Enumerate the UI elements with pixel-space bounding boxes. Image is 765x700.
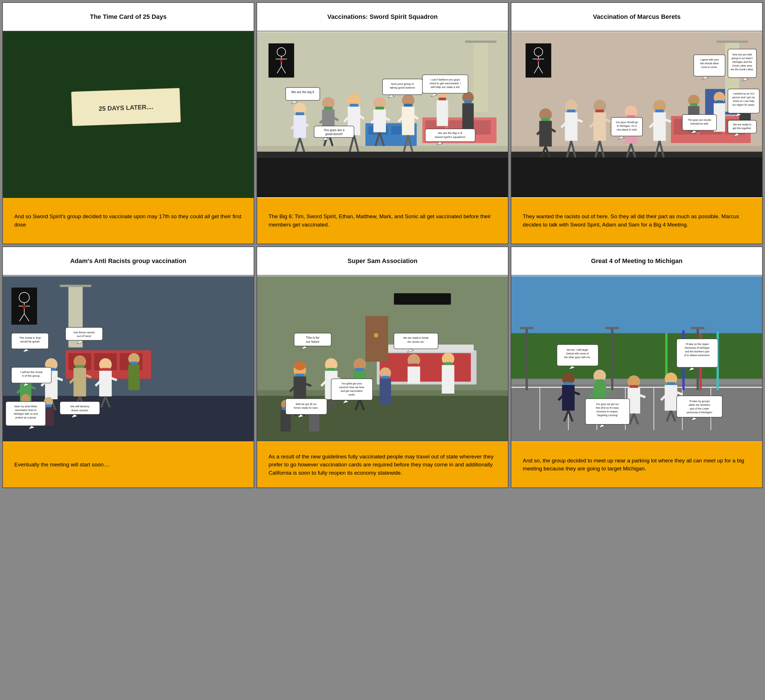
- comic-grid: The Time Card of 25 Days 25 DAYS LATER..…: [0, 0, 765, 500]
- svg-text:first shot so it's easy: first shot so it's easy: [596, 406, 619, 409]
- svg-text:We are ready to: We are ready to: [733, 123, 751, 126]
- svg-text:going to our base?: going to our base?: [732, 57, 753, 60]
- svg-rect-260: [365, 316, 388, 362]
- panel-4-caption: Eventually the meeting will start soon..…: [3, 442, 253, 488]
- svg-text:peninsula of Michigan!: peninsula of Michigan!: [687, 411, 712, 414]
- svg-rect-65: [286, 88, 320, 101]
- panel-5: Super Sam Association: [257, 247, 508, 488]
- svg-text:Targeting Lansing!: Targeting Lansing!: [597, 414, 618, 417]
- panel-3-scene: Now are you kids going to our base? Mich…: [512, 31, 762, 198]
- panel-4: Adam's Anti Racists group vaccination: [2, 247, 254, 488]
- svg-text:person and I got my: person and I got my: [732, 96, 755, 99]
- svg-text:Now are you kids: Now are you kids: [732, 53, 752, 56]
- svg-point-263: [294, 362, 305, 370]
- svg-point-100: [537, 59, 540, 62]
- svg-rect-259: [394, 293, 451, 305]
- svg-text:Michigan and the: Michigan and the: [732, 61, 752, 63]
- svg-text:This is for: This is for: [306, 336, 320, 339]
- svg-text:We will destroy: We will destroy: [70, 405, 90, 408]
- svg-rect-258: [379, 353, 471, 382]
- svg-text:I agree with you!: I agree with you!: [700, 58, 719, 61]
- panel-2-scene: We are the big 6 Now your group is takin…: [257, 31, 508, 198]
- panel-4-scene: The Great 6, that would be great! Get th…: [3, 275, 253, 442]
- panel-3-caption: They wanted the racists out of here. So …: [512, 198, 762, 244]
- svg-text:Michigan with us and: Michigan with us and: [14, 412, 38, 415]
- panel-3: Vaccination of Marcus Berets: [511, 2, 763, 244]
- svg-rect-292: [442, 365, 455, 393]
- svg-text:Peninsula of Michigan: Peninsula of Michigan: [685, 346, 710, 349]
- svg-text:part of the Lower: part of the Lower: [690, 407, 709, 410]
- svg-rect-193: [60, 285, 91, 287]
- svg-text:You guys should go: You guys should go: [615, 121, 638, 124]
- panel-4-header: Adam's Anti Racists group vaccination: [3, 247, 253, 275]
- svg-rect-289: [379, 379, 391, 404]
- panel-5-header: Super Sam Association: [257, 247, 508, 275]
- svg-rect-54: [402, 107, 414, 135]
- svg-rect-223: [130, 362, 138, 365]
- svg-text:within the Northern: within the Northern: [688, 404, 710, 406]
- svg-text:Sword Spirit's squadron!: Sword Spirit's squadron!: [435, 135, 466, 138]
- svg-rect-133: [653, 112, 666, 141]
- svg-text:You guys are a: You guys are a: [324, 128, 345, 132]
- svg-rect-229: [45, 404, 52, 407]
- svg-rect-88: [512, 157, 762, 197]
- svg-rect-286: [408, 367, 420, 384]
- svg-rect-60: [439, 98, 446, 100]
- panel-1: The Time Card of 25 Days 25 DAYS LATER..…: [2, 2, 254, 244]
- svg-rect-23: [465, 41, 496, 43]
- panel-1-header: The Time Card of 25 Days: [3, 3, 253, 31]
- svg-text:our region fix cases.: our region fix cases.: [732, 103, 755, 106]
- panel-2-caption: The Big 6: Tim, Sword Spirit, Ethan, Mat…: [257, 198, 508, 244]
- svg-text:and get vaccination: and get vaccination: [341, 390, 363, 392]
- svg-rect-112: [565, 112, 578, 141]
- panel-1-scene: 25 DAYS LATER....: [3, 31, 253, 198]
- svg-rect-64: [462, 103, 474, 129]
- svg-text:I will be the Great: I will be the Great: [20, 370, 42, 374]
- panel-1-caption: And so Sword Spirit's group decided to v…: [3, 198, 253, 244]
- svg-text:Detroit with some of: Detroit with some of: [566, 352, 589, 355]
- svg-text:our future: our future: [306, 340, 320, 343]
- svg-text:Well we got all our: Well we got all our: [296, 403, 316, 406]
- panel-2-header: Vaccinations: Sword Spirit Squadron: [257, 3, 508, 31]
- svg-text:to Michigan. It's a: to Michigan. It's a: [617, 124, 637, 127]
- svg-text:more to come.: more to come.: [701, 66, 718, 69]
- svg-rect-61: [437, 100, 448, 126]
- panel-5-caption: As a result of the new guidelines fully …: [257, 442, 508, 488]
- svg-text:need to get vaccinated. I: need to get vaccinated. I: [430, 82, 461, 85]
- svg-text:We should allow: We should allow: [700, 62, 719, 65]
- svg-text:oriented as well.: oriented as well.: [690, 122, 709, 125]
- svg-rect-330: [520, 327, 534, 329]
- svg-text:shots so I can help: shots so I can help: [733, 100, 754, 102]
- panel-6-header: Great 4 of Meeting to Michigan: [512, 247, 762, 275]
- svg-text:taking good actions!: taking good actions!: [390, 86, 415, 89]
- svg-text:are the Great Lakes.: are the Great Lakes.: [730, 68, 754, 71]
- svg-text:protest as a group: protest as a group: [16, 416, 36, 419]
- svg-rect-102: [716, 41, 748, 43]
- svg-text:We are ready to break: We are ready to break: [403, 337, 428, 339]
- svg-text:forces ready for Sam.: forces ready for Sam.: [294, 406, 318, 409]
- svg-text:out of here!: out of here!: [77, 334, 91, 338]
- svg-text:The Great 6, that: The Great 6, that: [19, 336, 41, 339]
- svg-text:vaccination lines to: vaccination lines to: [15, 409, 36, 412]
- svg-rect-362: [665, 385, 677, 411]
- svg-text:Great Lakes area: Great Lakes area: [732, 64, 752, 67]
- svg-text:We are the Big 6 of: We are the Big 6 of: [438, 131, 462, 135]
- svg-rect-288: [382, 376, 389, 379]
- svg-text:cards.: cards.: [348, 393, 355, 396]
- svg-point-21: [280, 59, 283, 62]
- svg-text:vaccine! Now we here: vaccine! Now we here: [339, 386, 364, 389]
- svg-text:I can't believe you guys: I can't believe you guys: [430, 78, 460, 81]
- panel-6-caption: And so, the group decided to meet up nea…: [512, 442, 762, 488]
- svg-text:get this together.: get this together.: [733, 127, 752, 130]
- svg-text:You gotta get your: You gotta get your: [342, 382, 362, 385]
- svg-rect-334: [691, 327, 705, 329]
- panel-6-scene: I'll take on the Upper Peninsula of Mich…: [512, 275, 762, 442]
- svg-text:of to defeat extremism.: of to defeat extremism.: [684, 354, 710, 357]
- svg-text:6 of the group.: 6 of the group.: [22, 374, 41, 377]
- svg-rect-235: [66, 327, 103, 340]
- svg-text:those racists!: those racists!: [71, 409, 88, 412]
- svg-rect-384: [677, 396, 722, 417]
- svg-rect-298: [309, 413, 320, 431]
- svg-text:nice place to visit!: nice place to visit!: [617, 128, 637, 131]
- svg-text:will help our state a lot!: will help our state a lot!: [430, 85, 460, 88]
